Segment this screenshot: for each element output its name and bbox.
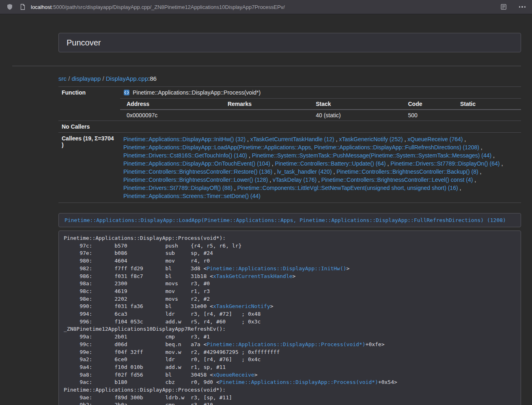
callee-separator: , (270, 160, 275, 167)
callee-separator: , (233, 185, 237, 191)
function-table: Function Pinetime::Applications::Display… (58, 86, 521, 203)
cell-remarks (224, 110, 312, 121)
breadcrumb-line-number: :86 (148, 75, 157, 82)
url-host: localhost (31, 4, 52, 10)
no-callers-cell (120, 121, 521, 133)
callee-link[interactable]: Pinetime::Applications::DisplayApp::Load… (123, 144, 479, 151)
callee-link[interactable]: vTaskDelay (176) (273, 177, 317, 183)
no-callers-row: No Callers (58, 121, 521, 133)
breadcrumb-link[interactable]: DisplayApp.cpp (106, 75, 148, 82)
code-symbol-link[interactable]: Pinetime::Applications::DisplayApp::Init… (207, 265, 346, 271)
code-symbol-link[interactable]: xQueueReceive (213, 372, 254, 378)
callee-separator: , (500, 160, 503, 167)
callee-link[interactable]: Pinetime::Drivers::St7789::DisplayOff() … (123, 185, 233, 191)
reader-view-icon[interactable] (499, 2, 508, 12)
no-callers-label: No Callers (58, 121, 120, 133)
callees-list: Pinetime::Applications::DisplayApp::Init… (120, 133, 521, 203)
callee-separator: , (403, 136, 408, 142)
callee-separator: , (334, 136, 339, 142)
callee-link[interactable]: xQueueReceive (764) (407, 136, 463, 142)
callees-label: Callees (19, Σ=3704 ) (58, 133, 120, 203)
column-stack: Stack (312, 99, 405, 110)
cell-static (457, 110, 521, 121)
puncover-header-panel: Puncover (58, 33, 521, 52)
callee-separator: , (491, 152, 495, 159)
callees-row: Callees (19, Σ=3704 ) Pinetime::Applicat… (58, 133, 521, 203)
divider (12, 66, 521, 66)
url-bar[interactable]: localhost:5000/path/src/displayapp/Displ… (18, 2, 499, 12)
callee-separator: , (479, 144, 482, 151)
breadcrumb-link[interactable]: src (58, 75, 67, 82)
callee-separator: , (268, 177, 273, 183)
url-text: localhost:5000/path/src/displayapp/Displ… (31, 4, 285, 10)
page-info-icon[interactable] (18, 2, 28, 12)
callee-link[interactable]: Pinetime::Controllers::Battery::Update()… (275, 160, 386, 167)
callee-link[interactable]: Pinetime::Applications::Screens::Timer::… (123, 193, 261, 199)
callee-link[interactable]: Pinetime::Controllers::BrightnessControl… (123, 168, 272, 175)
callee-link[interactable]: Pinetime::Controllers::BrightnessControl… (321, 177, 473, 183)
callee-link[interactable]: Pinetime::Drivers::Cst816S::GetTouchInfo… (123, 152, 247, 159)
function-icon-glyph (123, 89, 130, 96)
callee-separator: , (272, 168, 277, 175)
callee-separator: , (246, 136, 250, 142)
breadcrumb-separator: / (101, 75, 106, 82)
callee-link[interactable]: lv_task_handler (420) (277, 168, 332, 175)
function-details-cell: Pinetime::Applications::DisplayApp::Proc… (120, 87, 521, 121)
cell-code: 500 (405, 110, 457, 121)
overflow-menu-icon[interactable] (517, 2, 527, 12)
function-row-label: Function (58, 87, 120, 121)
breadcrumb-separator: / (67, 75, 72, 82)
code-symbol-link[interactable]: Pinetime::Applications::DisplayApp::Proc… (207, 341, 365, 347)
column-code: Code (405, 99, 457, 110)
shield-icon-glyph (6, 4, 13, 10)
callee-separator: , (478, 168, 482, 175)
callee-separator: , (386, 160, 391, 167)
callee-link[interactable]: Pinetime::Drivers::St7789::DisplayOn() (… (390, 160, 500, 167)
breadcrumb: src / displayapp / DisplayApp.cpp:86 (58, 75, 521, 82)
column-static: Static (457, 99, 521, 110)
callee-separator: , (317, 177, 321, 183)
callee-separator: , (463, 136, 466, 142)
function-signature-row: Pinetime::Applications::DisplayApp::Proc… (120, 87, 521, 99)
callee-separator: , (458, 185, 461, 191)
shield-icon[interactable] (5, 2, 15, 12)
function-row: Function Pinetime::Applications::Display… (58, 87, 521, 121)
code-symbol-link[interactable]: xTaskGetCurrentTaskHandle (213, 273, 293, 279)
callee-link[interactable]: Pinetime::System::SystemTask::PushMessag… (252, 152, 492, 159)
callee-separator: , (332, 168, 337, 175)
callee-link[interactable]: xTaskGetCurrentTaskHandle (12) (250, 136, 334, 142)
url-path: :5000/path/src/displayapp/DisplayApp.cpp… (52, 4, 285, 10)
loadapp-panel: Pinetime::Applications::DisplayApp::Load… (58, 213, 521, 227)
callee-link[interactable]: xTaskGenericNotify (252) (339, 136, 403, 142)
metrics-header-row: Address Remarks Stack Code Static (120, 99, 521, 110)
callee-link[interactable]: Pinetime::Components::LittleVgl::SetNewT… (237, 185, 458, 191)
callee-separator: , (473, 177, 476, 183)
browser-toolbar: localhost:5000/path/src/displayapp/Displ… (0, 0, 532, 14)
code-symbol-link[interactable]: xTaskGenericNotify (213, 303, 270, 309)
reader-view-glyph (500, 4, 507, 10)
callee-link[interactable]: Pinetime::Applications::DisplayApp::OnTo… (123, 160, 270, 167)
function-icon (123, 89, 130, 96)
column-address: Address (120, 99, 224, 110)
callee-link[interactable]: Pinetime::Controllers::BrightnessControl… (336, 168, 478, 175)
cell-address: 0x0000097c (120, 110, 224, 121)
page-body: Puncover src / displayapp / DisplayApp.c… (0, 33, 532, 405)
callee-link[interactable]: Pinetime::Applications::DisplayApp::Init… (123, 136, 246, 142)
code-symbol-link[interactable]: Pinetime::Applications::DisplayApp::Proc… (220, 379, 378, 385)
function-metrics-table: Address Remarks Stack Code Static 0x0000… (120, 99, 521, 121)
callee-link[interactable]: Pinetime::Controllers::BrightnessControl… (123, 177, 268, 183)
metrics-value-row: 0x0000097c 40 (static) 500 (120, 110, 521, 121)
disassembly-code: Pinetime::Applications::DisplayApp::Proc… (58, 231, 521, 405)
page-title: Puncover (67, 38, 513, 47)
loadapp-panel-link[interactable]: Pinetime::Applications::DisplayApp::Load… (65, 217, 506, 223)
page-icon-glyph (20, 4, 26, 10)
callee-separator: , (247, 152, 252, 159)
cell-stack: 40 (static) (312, 110, 405, 121)
column-remarks: Remarks (224, 99, 312, 110)
function-signature: Pinetime::Applications::DisplayApp::Proc… (133, 89, 261, 96)
breadcrumb-link[interactable]: displayapp (72, 75, 101, 82)
